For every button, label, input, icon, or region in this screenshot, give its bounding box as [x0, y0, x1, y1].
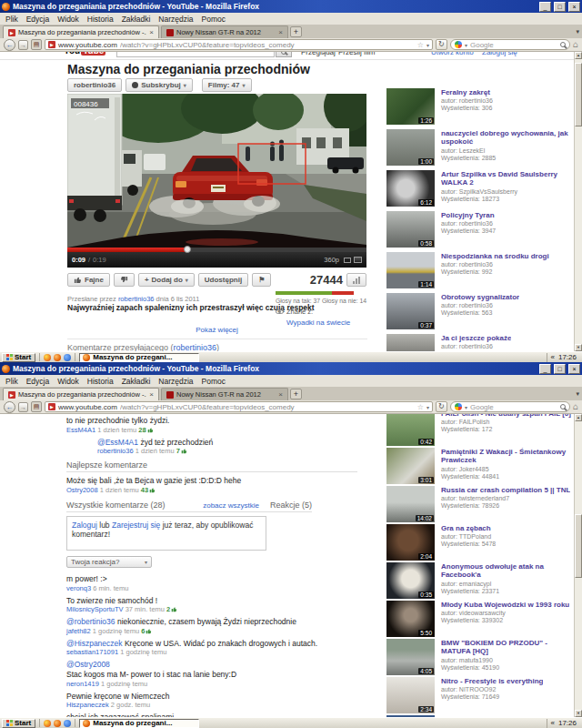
search-bar[interactable]: ▾ Google — [450, 401, 570, 412]
comment-author-link[interactable]: veronq3 — [66, 584, 91, 592]
reload-button[interactable]: ↻ — [436, 401, 447, 412]
menu-item[interactable]: Pomoc — [202, 377, 226, 386]
minimize-button[interactable]: _ — [539, 2, 551, 12]
quick-launch-icon-messenger[interactable] — [44, 354, 51, 361]
back-button[interactable]: ← — [4, 401, 15, 413]
register-link[interactable]: Zarejestruj się — [112, 521, 160, 530]
related-video-item[interactable]: 1:00 nauczyciel dobrego wychowania, jak … — [386, 129, 574, 166]
sign-in-link[interactable]: Zaloguj się — [482, 52, 517, 56]
tab-list-caret-icon[interactable]: ▾ — [576, 390, 579, 398]
related-video-item[interactable]: 3:01 Pamiętniki Z Wakacji - Śmietankowy … — [386, 448, 574, 484]
seek-bar[interactable] — [67, 248, 366, 252]
tab-other[interactable]: Nowy Nissan GT-R na 2012 × — [161, 25, 288, 38]
video-thumbnail[interactable]: 1:26 — [386, 88, 435, 125]
video-thumbnail[interactable]: 1:14 — [386, 252, 435, 288]
url-dropdown-icon[interactable]: ▾ — [426, 404, 429, 410]
video-title-link[interactable]: Gra na zębach — [441, 524, 496, 532]
url-bar[interactable]: ▶ www.youtube.com/watch?v=gHPbLxvCUP0&fe… — [45, 39, 433, 50]
start-button[interactable]: Start — [2, 353, 35, 362]
video-player[interactable]: 008436 0:09 / 0:19 360p — [67, 94, 366, 268]
uploader-link[interactable]: robertinio36 — [118, 295, 155, 303]
related-video-item[interactable]: 1:14 Niespodzianka na środku drogi autor… — [386, 252, 574, 288]
menu-item[interactable]: Pomoc — [202, 15, 226, 24]
tray-expand-icon[interactable]: « — [551, 353, 555, 361]
related-video-item[interactable]: 4:05 BMW "BOKIEM DO PRZODU" - MATUFA [HQ… — [386, 639, 574, 675]
related-video-item[interactable]: 0:37 Obrotowy sygnalizator autor: robert… — [386, 293, 574, 329]
search-icon[interactable] — [560, 404, 566, 410]
new-tab-button[interactable]: + — [290, 26, 302, 37]
video-thumbnail[interactable]: 0:35 — [386, 562, 435, 599]
comment-author-link[interactable]: neron1419 — [66, 680, 99, 688]
maximize-button[interactable]: □ — [554, 364, 566, 374]
video-title-link[interactable]: Artur Szpilka vs David Saulsberry WALKA … — [441, 170, 574, 187]
taskbar-window-button[interactable]: Maszyna do przegani... — [79, 353, 199, 362]
related-video-item[interactable]: 2:34 Nitro - Freestyle is everything aut… — [386, 677, 574, 713]
tab-other[interactable]: Nowy Nissan GT-R na 2012 × — [161, 388, 288, 400]
menu-item[interactable]: Zakładki — [122, 15, 151, 24]
maximize-button[interactable]: □ — [554, 2, 566, 12]
scrubber-handle[interactable] — [184, 246, 191, 253]
flag-button[interactable]: ⚑ — [252, 273, 271, 287]
quick-launch-icon-ie[interactable] — [64, 720, 71, 727]
menu-item[interactable]: Widok — [57, 15, 79, 24]
video-title-link[interactable]: Niespodzianka na środku drogi — [441, 252, 549, 260]
scroll-down-icon[interactable]: ▼ — [575, 710, 582, 717]
forward-button[interactable]: → — [18, 40, 28, 50]
bookmark-star-icon[interactable]: ☆ — [417, 41, 424, 49]
video-thumbnail[interactable]: 3:01 — [386, 448, 435, 484]
add-to-button[interactable]: +Dodaj do▾ — [138, 273, 195, 287]
video-thumbnail[interactable]: 2:34 — [386, 677, 435, 713]
films-button[interactable]: Filmy: 47▾ — [202, 78, 252, 92]
google-logo-icon[interactable] — [455, 403, 462, 410]
video-thumbnail[interactable]: 0:42 — [386, 414, 435, 446]
menu-item[interactable]: Plik — [5, 377, 18, 386]
tab-current[interactable]: ▶ Maszyna do przeganiania przechodniów -… — [3, 388, 159, 400]
like-button[interactable]: Fajne — [67, 273, 110, 287]
tab-close-icon[interactable]: × — [149, 390, 154, 399]
scrollbar[interactable]: ▲ ▼ — [574, 52, 582, 351]
comment-author-link[interactable]: sebastian171091 — [66, 648, 118, 656]
video-thumbnail[interactable]: 0:37 — [386, 293, 435, 329]
tab-close-icon[interactable]: × — [149, 28, 154, 36]
tab-close-icon[interactable]: × — [278, 390, 283, 399]
back-button[interactable]: ← — [4, 39, 15, 51]
video-title-link[interactable]: Pamiętniki Z Wakacji - Śmietankowy Prawi… — [441, 448, 574, 465]
quick-launch-icon-messenger[interactable] — [44, 720, 51, 727]
minimize-button[interactable]: _ — [539, 364, 551, 374]
resize-icon[interactable] — [344, 258, 351, 263]
menu-item[interactable]: Zakładki — [122, 377, 151, 386]
video-title-link[interactable]: Obrotowy sygnalizator — [441, 293, 519, 301]
video-title-link[interactable]: Młody Kuba Wojewódzki w 1993 roku — [441, 601, 569, 609]
video-title-link[interactable]: BMW "BOKIEM DO PRZODU" - MATUFA [HQ] — [441, 639, 574, 656]
comment-author-link[interactable]: MilosnicySportuTV — [66, 605, 124, 613]
bookmarks-icon[interactable]: ▤ — [31, 39, 42, 50]
upload-link[interactable]: Prześlij film — [338, 52, 375, 56]
close-button[interactable]: × — [568, 364, 580, 374]
scrollbar-thumb[interactable] — [575, 514, 582, 578]
tray-expand-icon[interactable]: « — [551, 719, 555, 727]
video-thumbnail[interactable]: 1:00 — [386, 129, 435, 166]
quick-launch-icon-firefox[interactable] — [54, 720, 61, 727]
video-title-link[interactable]: FAILPolish - Nie udany szpan FAIL [6] — [441, 414, 571, 418]
dislike-button[interactable] — [114, 273, 135, 287]
comment-mention-link[interactable]: @Hiszpaneczek — [66, 639, 123, 648]
related-video-item[interactable]: 6:12 Artur Szpilka vs David Saulsberry W… — [386, 170, 574, 207]
new-tab-button[interactable]: + — [290, 389, 302, 399]
home-button[interactable]: ⌂ — [573, 401, 578, 412]
menu-item[interactable]: Narzędzia — [158, 15, 193, 24]
comment-mention-link[interactable]: @Ostry2008 — [66, 660, 110, 669]
taskbar-window-button[interactable]: Maszyna do przegani... — [79, 719, 199, 728]
tab-current[interactable]: ▶ Maszyna do przeganiania przechodniów -… — [3, 25, 159, 38]
comment-author-link[interactable]: robertinio36 — [97, 447, 134, 455]
search-engine-caret-icon[interactable]: ▾ — [465, 42, 467, 48]
comment-author-link[interactable]: Hiszpaneczek — [66, 701, 109, 709]
scroll-down-icon[interactable]: ▼ — [575, 344, 582, 351]
quick-launch-icon-ie[interactable] — [64, 354, 71, 361]
related-video-item[interactable]: 0:35 Anonymous odwołuje atak na Facebook… — [386, 562, 574, 599]
video-thumbnail[interactable]: 4:05 — [386, 639, 435, 675]
quick-launch-icon-firefox[interactable] — [54, 354, 61, 361]
tab-list-caret-icon[interactable]: ▾ — [576, 28, 579, 35]
url-bar[interactable]: ▶ www.youtube.com/watch?v=gHPbLxvCUP0&fe… — [45, 401, 433, 412]
fullscreen-icon[interactable] — [354, 257, 362, 263]
reactions-tab[interactable]: Reakcje (5) — [270, 500, 312, 510]
